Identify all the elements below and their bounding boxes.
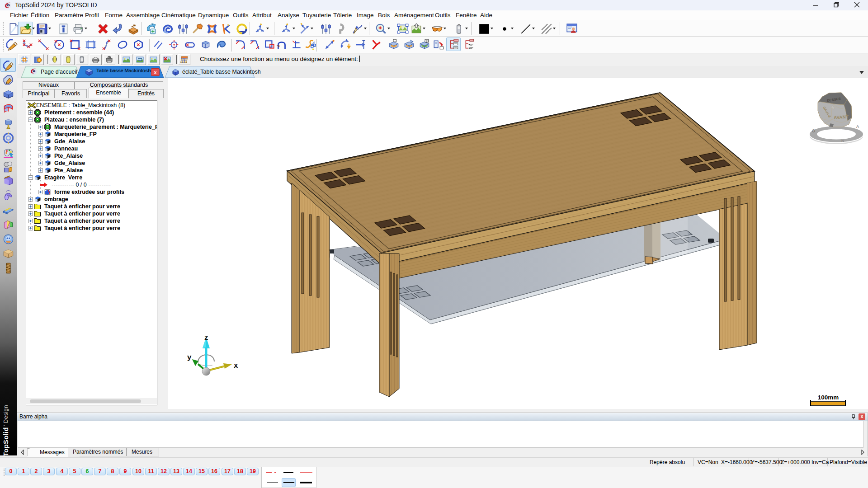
svg-text:100mm: 100mm — [818, 394, 839, 401]
svg-text:x: x — [234, 361, 238, 370]
svg-text:N: N — [841, 139, 844, 143]
svg-text:z: z — [204, 333, 208, 342]
svg-text:y: y — [187, 353, 192, 361]
svg-text:A: A — [856, 124, 859, 129]
svg-text:AVANT: AVANT — [834, 114, 849, 120]
